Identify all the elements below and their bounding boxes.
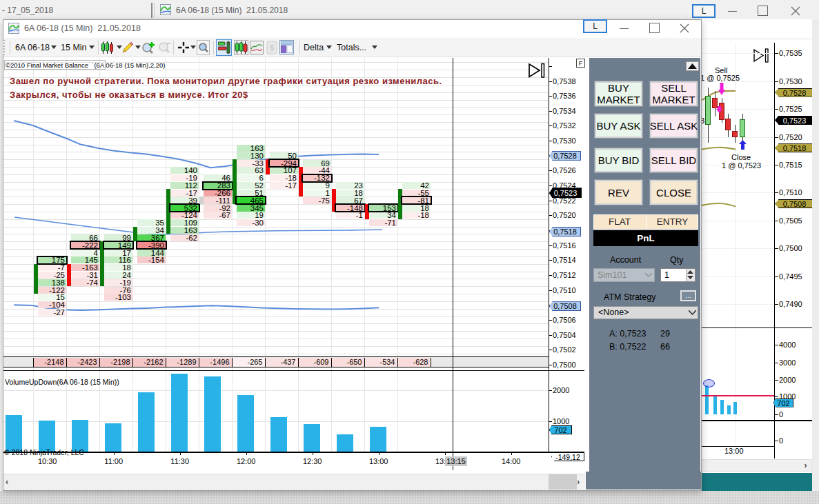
svg-text:$: $ <box>270 43 274 52</box>
